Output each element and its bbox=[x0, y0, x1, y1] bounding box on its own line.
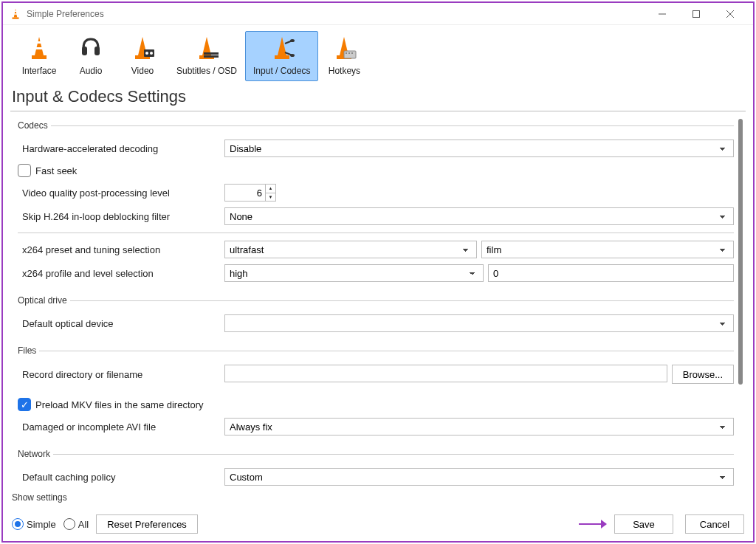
close-button[interactable] bbox=[713, 4, 747, 24]
subtitles-icon bbox=[193, 35, 220, 61]
record-dir-input[interactable] bbox=[224, 365, 667, 382]
svg-rect-10 bbox=[82, 47, 87, 55]
title-separator bbox=[10, 111, 746, 111]
preload-mkv-label: Preload MKV files in the same directory bbox=[35, 399, 204, 410]
svg-rect-9 bbox=[36, 47, 43, 49]
svg-rect-17 bbox=[204, 52, 219, 55]
optical-group: Optical drive Default optical device bbox=[18, 295, 734, 335]
annotation-arrow-icon bbox=[577, 517, 607, 531]
maximize-button[interactable] bbox=[679, 4, 713, 24]
tab-label: Hotkeys bbox=[329, 66, 360, 76]
optical-device-label: Default optical device bbox=[18, 318, 224, 329]
caching-select[interactable]: Custom bbox=[224, 468, 734, 486]
video-icon bbox=[129, 35, 156, 61]
audio-icon bbox=[78, 35, 104, 61]
group-legend: Files bbox=[18, 345, 39, 356]
codecs-icon bbox=[269, 35, 295, 61]
browse-button[interactable]: Browse... bbox=[672, 365, 734, 384]
svg-rect-4 bbox=[693, 10, 700, 17]
svg-rect-24 bbox=[346, 52, 347, 54]
svg-rect-19 bbox=[275, 55, 289, 59]
simple-radio-label: Simple bbox=[27, 519, 56, 530]
svg-marker-28 bbox=[601, 520, 607, 528]
record-dir-label: Record directory or filename bbox=[18, 369, 224, 380]
damaged-avi-select[interactable]: Always fix bbox=[224, 418, 734, 435]
svg-rect-11 bbox=[94, 47, 100, 55]
all-radio[interactable] bbox=[63, 518, 75, 530]
spin-down-icon[interactable]: ▼ bbox=[265, 193, 275, 202]
window-controls bbox=[645, 4, 747, 24]
save-button[interactable]: Save bbox=[614, 514, 673, 534]
optical-device-select[interactable] bbox=[224, 314, 734, 332]
skip-h264-label: Skip H.264 in-loop deblocking filter bbox=[18, 211, 224, 222]
cancel-button[interactable]: Cancel bbox=[685, 514, 744, 534]
tab-video[interactable]: Video bbox=[117, 31, 168, 81]
svg-point-21 bbox=[290, 54, 295, 57]
skip-h264-select[interactable]: None bbox=[224, 207, 734, 225]
spin-up-icon[interactable]: ▲ bbox=[265, 185, 275, 193]
fast-seek-checkbox[interactable] bbox=[18, 164, 31, 177]
tab-hotkeys[interactable]: Hotkeys bbox=[318, 31, 370, 81]
group-legend: Network bbox=[18, 449, 53, 459]
x264-profile-select[interactable]: high bbox=[224, 264, 484, 282]
svg-rect-1 bbox=[15, 10, 17, 12]
tab-label: Input / Codecs bbox=[253, 66, 310, 76]
x264-preset-label: x264 preset and tuning selection bbox=[18, 244, 224, 255]
tab-label: Interface bbox=[22, 66, 57, 76]
x264-profile-label: x264 profile and level selection bbox=[18, 268, 224, 279]
fast-seek-label: Fast seek bbox=[35, 165, 77, 176]
tab-subtitles[interactable]: Subtitles / OSD bbox=[168, 31, 245, 81]
tab-label: Audio bbox=[80, 66, 103, 76]
minimize-button[interactable] bbox=[645, 4, 679, 24]
hw-decoding-label: Hardware-accelerated decoding bbox=[18, 143, 224, 154]
svg-rect-23 bbox=[344, 51, 356, 58]
svg-rect-25 bbox=[348, 52, 350, 54]
svg-point-14 bbox=[145, 52, 148, 55]
group-legend: Optical drive bbox=[18, 295, 70, 306]
svg-rect-8 bbox=[37, 41, 41, 44]
window-title: Simple Preferences bbox=[27, 9, 645, 19]
group-legend: Codecs bbox=[18, 120, 51, 131]
svg-rect-7 bbox=[32, 55, 47, 59]
tab-input-codecs[interactable]: Input / Codecs bbox=[245, 31, 318, 81]
svg-point-15 bbox=[150, 52, 153, 55]
svg-rect-18 bbox=[204, 55, 219, 58]
hotkeys-icon bbox=[331, 35, 357, 61]
svg-rect-26 bbox=[351, 52, 353, 54]
scrollbar-thumb[interactable] bbox=[738, 119, 743, 385]
all-radio-label: All bbox=[78, 519, 89, 530]
damaged-avi-label: Damaged or incomplete AVI file bbox=[18, 421, 224, 433]
tab-label: Video bbox=[131, 66, 154, 76]
caching-label: Default caching policy bbox=[18, 472, 224, 483]
network-group: Network Default caching policy Custom bbox=[18, 449, 734, 489]
svg-rect-0 bbox=[13, 17, 19, 18]
post-processing-label: Video quality post-processing level bbox=[18, 187, 224, 199]
tab-audio[interactable]: Audio bbox=[65, 31, 117, 81]
interface-icon bbox=[26, 35, 52, 61]
x264-level-input[interactable] bbox=[488, 264, 734, 282]
titlebar: Simple Preferences bbox=[3, 3, 753, 25]
simple-radio[interactable] bbox=[12, 518, 24, 530]
settings-scroll-area[interactable]: Codecs Hardware-accelerated decoding Dis… bbox=[10, 116, 738, 509]
tab-label: Subtitles / OSD bbox=[176, 66, 237, 76]
svg-point-20 bbox=[290, 39, 295, 42]
codecs-group: Codecs Hardware-accelerated decoding Dis… bbox=[18, 120, 734, 285]
codecs-separator bbox=[18, 233, 734, 233]
vlc-cone-icon bbox=[9, 7, 22, 21]
footer: Show settings Simple All Reset Preferenc… bbox=[3, 512, 753, 541]
reset-preferences-button[interactable]: Reset Preferences bbox=[96, 514, 198, 534]
svg-rect-2 bbox=[14, 13, 17, 15]
tab-interface[interactable]: Interface bbox=[13, 31, 65, 81]
x264-tuning-select[interactable]: film bbox=[481, 241, 734, 258]
preload-mkv-checkbox[interactable]: ✓ bbox=[18, 398, 31, 411]
preferences-window: Simple Preferences Interface Audio Video… bbox=[1, 1, 755, 543]
hw-decoding-select[interactable]: Disable bbox=[224, 140, 734, 157]
page-title: Input & Codecs Settings bbox=[3, 83, 753, 111]
show-settings-label: Show settings bbox=[12, 492, 67, 503]
category-toolbar: Interface Audio Video Subtitles / OSD In… bbox=[3, 25, 753, 83]
files-group: Files Record directory or filename Brows… bbox=[18, 345, 734, 438]
x264-preset-select[interactable]: ultrafast bbox=[224, 241, 477, 258]
